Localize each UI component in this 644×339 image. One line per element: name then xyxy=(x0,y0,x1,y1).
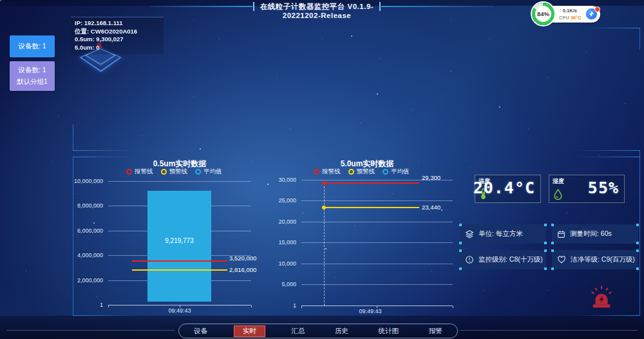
net-speed-value: 0.1K/s xyxy=(563,8,577,14)
frame-right-double-line-2 xyxy=(575,157,639,157)
frame-right-double-line-1 xyxy=(575,150,639,151)
monitor-level-tile: 监控级别: C8(十万级) xyxy=(460,250,546,269)
nav-line-right xyxy=(460,330,638,331)
chart2-ytick: 20,000 xyxy=(259,218,296,225)
alarm-legend-icon xyxy=(314,169,319,175)
humidity-label: 湿度 xyxy=(553,177,564,186)
frame-top-right-horizontal xyxy=(583,28,639,28)
calendar-icon xyxy=(557,230,565,238)
chart2-legend[interactable]: 报警线 预警线 平均值 xyxy=(314,168,410,176)
legend-alarm-label: 报警线 xyxy=(322,168,341,176)
frame-right-vertical xyxy=(639,150,640,316)
page-title: 在线粒子计数器监控平台 V0.1.9-20221202-Release xyxy=(255,2,379,19)
frame-left-bottom xyxy=(73,315,137,316)
clean-level-label: 洁净等级: C9(百万级) xyxy=(571,255,635,264)
net-speed-row: ↑ 0.1K/s xyxy=(559,8,577,14)
alert-circle-icon xyxy=(465,255,474,264)
unit-label: 单位: 每立方米 xyxy=(478,229,523,238)
chart1-ytick: 6,000,000 xyxy=(66,228,103,234)
axis-tick xyxy=(251,305,252,307)
chart2-warning-line xyxy=(324,207,419,208)
alarm-legend-icon xyxy=(126,169,132,175)
device-group-button[interactable]: 设备数: 1 默认分组1 xyxy=(10,61,55,91)
frame-right-bottom xyxy=(575,315,639,316)
dashboard-root: 在线粒子计数器监控平台 V0.1.9-20221202-Release 84% … xyxy=(0,0,644,339)
cpu-temp-value: 36°C xyxy=(571,15,582,21)
header-line-right xyxy=(381,6,493,7)
chart1-ytick: 4,000,000 xyxy=(66,252,103,258)
up-arrow-icon: ↑ xyxy=(559,8,562,14)
chart2-warning-point[interactable] xyxy=(322,206,326,209)
frame-left-double-line-2 xyxy=(73,157,137,157)
legend-alarm-label: 报警线 xyxy=(135,168,153,176)
device-ip: IP: 192.168.1.111 xyxy=(75,19,160,28)
axis-tick xyxy=(108,305,109,307)
alarm-siren-icon[interactable] xyxy=(589,286,614,310)
chart2-ytick: 25,000 xyxy=(259,197,296,204)
legend-item-average[interactable]: 平均值 xyxy=(195,168,222,176)
chart2-ytick: 5,000 xyxy=(259,281,296,287)
device-info-tooltip: IP: 192.168.1.111 位置: CW6O2020A016 0.5um… xyxy=(71,17,164,54)
chart1-warning-line xyxy=(132,269,227,271)
chart2-xtick: 09:49:43 xyxy=(348,308,393,315)
bar-05um-average[interactable] xyxy=(147,191,211,302)
cpu-usage-gauge: 84% xyxy=(532,3,554,25)
header-bracket-right xyxy=(379,2,381,11)
axis-tick xyxy=(301,306,302,308)
chart2-alarm-line xyxy=(324,182,419,184)
layers-icon xyxy=(465,229,474,238)
frame-left-top-vertical xyxy=(73,124,73,150)
chart2-ytick: 15,000 xyxy=(259,239,296,246)
tab-realtime[interactable]: 实时 xyxy=(234,325,265,337)
legend-item-warning[interactable]: 预警线 xyxy=(348,168,375,176)
legend-item-alarm[interactable]: 报警线 xyxy=(314,168,341,176)
measure-time-tile: 测量时间: 60s xyxy=(552,224,638,244)
chart1-alarm-value: 3,520,000 xyxy=(229,255,256,262)
tab-summary[interactable]: 汇总 xyxy=(287,326,308,336)
header-line-left xyxy=(149,6,252,7)
tab-history[interactable]: 历史 xyxy=(331,326,352,336)
device-count-button[interactable]: 设备数: 1 xyxy=(10,35,55,57)
cpu-usage-value: 84% xyxy=(535,6,551,22)
chart2-hover-guide-line xyxy=(324,183,325,305)
nav-line-left xyxy=(6,330,175,331)
tab-devices[interactable]: 设备 xyxy=(190,326,211,336)
device-count-50um: 5.0um: 0 xyxy=(75,44,160,52)
chart1-ytick: 1 xyxy=(66,302,103,308)
cpu-temp-row: CPU 36°C xyxy=(559,15,582,21)
device-location: 位置: CW6O2020A016 xyxy=(75,28,160,36)
temperature-panel: 温度 20.4°C xyxy=(475,175,541,203)
tab-alarms[interactable]: 报警 xyxy=(425,326,446,336)
warning-legend-icon xyxy=(348,169,354,175)
chart1-xtick: 09:49:43 xyxy=(157,307,202,314)
chart1-legend[interactable]: 报警线 预警线 平均值 xyxy=(126,168,222,176)
average-legend-icon xyxy=(383,169,388,175)
frame-top-right-vertical xyxy=(639,28,640,49)
legend-warning-label: 预警线 xyxy=(169,168,188,176)
chart2-ytick: 1 xyxy=(259,302,296,309)
gridline xyxy=(108,181,251,182)
legend-average-label: 平均值 xyxy=(391,168,410,176)
tab-statistics[interactable]: 统计图 xyxy=(375,326,403,336)
warning-legend-icon xyxy=(161,169,167,175)
legend-average-label: 平均值 xyxy=(204,168,222,176)
chart2-warning-value: 23,440 xyxy=(422,204,440,211)
humidity-value: 55% xyxy=(588,179,619,197)
heart-icon xyxy=(557,255,566,264)
device-count-05um: 0.5um: 9,300,027 xyxy=(75,35,160,44)
group-name-label: 默认分组1 xyxy=(17,77,48,86)
measure-time-label: 测量时间: 60s xyxy=(570,229,612,238)
legend-item-warning[interactable]: 预警线 xyxy=(161,168,188,176)
chart1-ytick: 10,000,000 xyxy=(66,178,103,184)
chart2-alarm-point[interactable] xyxy=(322,181,326,185)
frame-left-double-line-1 xyxy=(73,150,137,151)
bottom-navigation: 设备 实时 汇总 历史 统计图 报警 xyxy=(178,324,458,338)
legend-item-alarm[interactable]: 报警线 xyxy=(126,168,153,176)
clean-level-tile: 洁净等级: C9(百万级) xyxy=(552,250,638,269)
temperature-value: 20.4°C xyxy=(473,179,535,197)
humidity-panel: 湿度 55% xyxy=(549,175,625,203)
device-count-label: 设备数: 1 xyxy=(18,42,46,51)
chart1-warning-value: 2,816,000 xyxy=(229,266,256,273)
chart1-alarm-line xyxy=(132,260,227,262)
legend-item-average[interactable]: 平均值 xyxy=(383,168,410,176)
